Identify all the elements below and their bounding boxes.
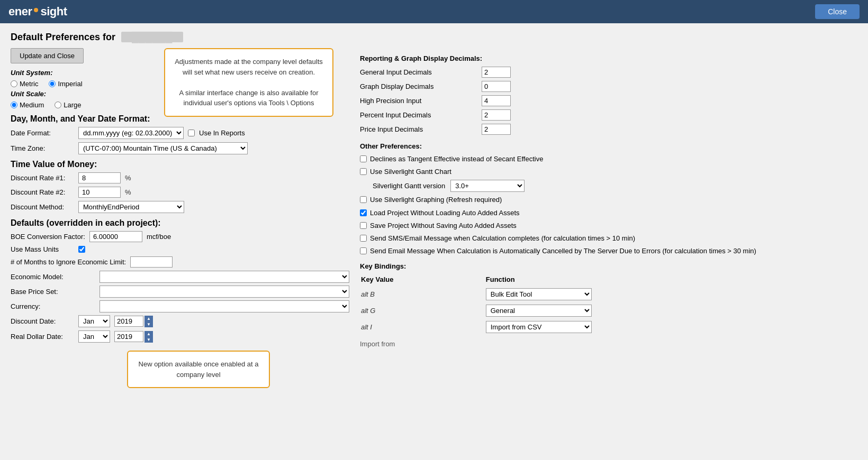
imperial-option[interactable]: Imperial — [49, 80, 82, 88]
graph-display-label: Graph Display Decimals — [360, 82, 476, 90]
real-dollar-month[interactable]: Jan — [78, 330, 110, 343]
cb2-row: Use Silverlight Gantt Chart — [360, 167, 857, 177]
imperial-radio[interactable] — [49, 80, 56, 87]
cb6-label: Send SMS/Email Message when Calculation … — [370, 234, 635, 243]
topbar: ener sight Close — [0, 0, 868, 23]
cb7-checkbox[interactable] — [360, 247, 367, 254]
price-input-field[interactable] — [482, 124, 511, 135]
left-column: Adjustments made at the company level de… — [11, 48, 349, 452]
gantt-version-select[interactable]: 3.0+ — [450, 180, 525, 192]
cb3-checkbox[interactable] — [360, 196, 367, 203]
timezone-label: Time Zone: — [11, 144, 74, 152]
kb2-func-select[interactable]: Bulk Edit Tool General Import from CSV — [486, 305, 592, 317]
graph-display-field[interactable] — [482, 81, 511, 92]
kb-row-2: alt G Bulk Edit Tool General Import from… — [361, 303, 856, 318]
metric-label: Metric — [20, 80, 38, 88]
discount-date-down[interactable]: ▼ — [144, 321, 153, 327]
date-format-row: Date Format: dd.mm.yyyy (eg: 02.03.2000)… — [11, 127, 349, 139]
percent-input-field[interactable] — [482, 109, 511, 121]
cb1-checkbox[interactable] — [360, 155, 367, 162]
kb3-func-select[interactable]: Bulk Edit Tool General Import from CSV — [486, 321, 592, 333]
discount-date-month[interactable]: Jan — [78, 315, 110, 327]
large-radio[interactable] — [55, 102, 61, 108]
real-dollar-label: Real Dollar Date: — [11, 333, 74, 341]
cb5-label: Save Project Without Saving Auto Added A… — [370, 221, 517, 231]
import-from-label: Import from — [360, 340, 857, 348]
cb6-row: Send SMS/Email Message when Calculation … — [360, 234, 857, 243]
economic-model-select[interactable] — [100, 271, 349, 283]
discount-method-row: Discount Method: MonthlyEndPeriod — [11, 201, 349, 213]
discount-method-label: Discount Method: — [11, 203, 74, 211]
general-input-label: General Input Decimals — [360, 68, 476, 76]
discount-date-up[interactable]: ▲ — [144, 316, 153, 321]
discount1-input[interactable] — [78, 172, 121, 183]
real-dollar-year[interactable] — [114, 331, 143, 342]
real-dollar-year-wrap: ▲ ▼ — [114, 331, 153, 343]
keybindings-title: Key Bindings: — [360, 262, 857, 270]
discount2-row: Discount Rate #2: % — [11, 187, 349, 198]
boe-row: BOE Conversion Factor: mcf/boe — [11, 231, 349, 242]
price-input-label: Price Input Decimals — [360, 125, 476, 133]
logo-dot — [34, 8, 38, 12]
kb1-func-cell: Bulk Edit Tool General Import from CSV — [486, 287, 856, 302]
kb-col2-header: Function — [486, 274, 856, 286]
timezone-select[interactable]: (UTC-07:00) Mountain Time (US & Canada) — [78, 142, 248, 154]
key-bindings-table: Key Value Function alt B Bulk Edit Tool … — [360, 273, 857, 336]
boe-label: BOE Conversion Factor: — [11, 233, 85, 241]
two-column-layout: Adjustments made at the company level de… — [11, 48, 857, 452]
general-input-field[interactable] — [482, 67, 511, 78]
user-name-redacted: ██████ — [121, 32, 183, 42]
percent-input-label: Percent Input Decimals — [360, 111, 476, 119]
tvm-title: Time Value of Money: — [11, 160, 349, 169]
kb3-key: alt I — [361, 319, 485, 335]
real-dollar-spinners: ▲ ▼ — [144, 331, 153, 343]
mass-units-checkbox[interactable] — [78, 246, 85, 253]
use-in-reports-checkbox[interactable] — [188, 130, 195, 136]
cb7-label: Send Email Message When Calculation is A… — [370, 246, 756, 256]
boe-input[interactable] — [89, 231, 142, 242]
metric-option[interactable]: Metric — [11, 80, 38, 88]
large-option[interactable]: Large — [55, 101, 81, 109]
high-precision-field[interactable] — [482, 95, 511, 106]
kb1-func-select[interactable]: Bulk Edit Tool General Import from CSV — [486, 288, 592, 300]
imperial-label: Imperial — [58, 80, 82, 88]
right-column: Reporting & Graph Display Decimals: Gene… — [360, 48, 857, 452]
cb4-label: Load Project Without Loading Auto Added … — [370, 208, 520, 218]
cb7-row: Send Email Message When Calculation is A… — [360, 246, 857, 256]
use-in-reports-label: Use In Reports — [199, 129, 245, 137]
cb4-checkbox[interactable] — [360, 209, 367, 216]
currency-select[interactable] — [100, 300, 349, 312]
cb1-row: Declines as Tangent Effective instead of… — [360, 154, 857, 164]
close-button[interactable]: Close — [815, 4, 860, 19]
discount1-row: Discount Rate #1: % — [11, 172, 349, 183]
other-prefs-title: Other Preferences: — [360, 142, 857, 150]
discount-date-year-wrap: ▲ ▼ — [114, 316, 153, 327]
discount-method-select[interactable]: MonthlyEndPeriod — [78, 201, 184, 213]
cb5-checkbox[interactable] — [360, 222, 367, 229]
months-row: # of Months to Ignore Economic Limit: — [11, 256, 349, 268]
logo: ener sight — [8, 5, 67, 19]
currency-row: Currency: — [11, 300, 349, 312]
discount2-label: Discount Rate #2: — [11, 188, 74, 196]
boe-unit: mcf/boe — [147, 233, 171, 241]
gantt-version-row: Silverlight Gantt version 3.0+ — [373, 180, 857, 192]
cb2-checkbox[interactable] — [360, 168, 367, 175]
medium-option[interactable]: Medium — [11, 101, 44, 109]
discount2-input[interactable] — [78, 187, 121, 198]
real-dollar-up[interactable]: ▲ — [144, 331, 153, 337]
discount1-label: Discount Rate #1: — [11, 174, 74, 182]
logo-text2: sight — [40, 5, 67, 19]
metric-radio[interactable] — [11, 80, 17, 87]
real-dollar-down[interactable]: ▼ — [144, 337, 153, 343]
date-format-select[interactable]: dd.mm.yyyy (eg: 02.03.2000) — [78, 127, 184, 139]
update-close-button[interactable]: Update and Close — [11, 48, 84, 63]
base-price-label: Base Price Set: — [11, 288, 95, 296]
cb6-checkbox[interactable] — [360, 235, 367, 242]
cb3-row: Use Silverlight Graphing (Refresh requir… — [360, 195, 857, 205]
months-input[interactable] — [130, 256, 173, 268]
mass-units-label: Use Mass Units — [11, 245, 74, 253]
discount-date-year[interactable] — [114, 316, 143, 327]
medium-radio[interactable] — [11, 102, 17, 108]
base-price-select[interactable] — [100, 286, 349, 298]
kb2-func-cell: Bulk Edit Tool General Import from CSV — [486, 303, 856, 318]
